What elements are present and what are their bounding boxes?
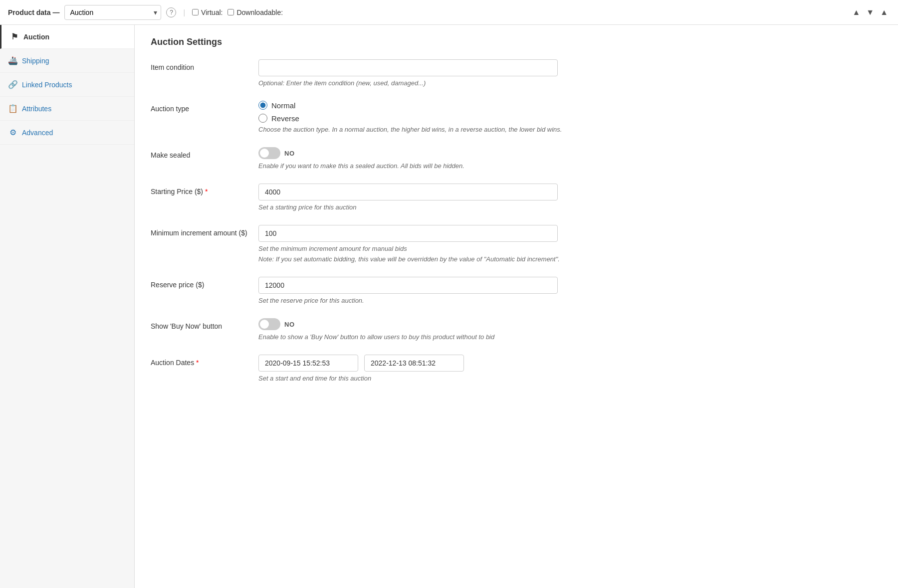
sidebar-item-advanced[interactable]: ⚙ Advanced (0, 121, 134, 145)
sidebar-item-shipping[interactable]: 🚢 Shipping (0, 49, 134, 73)
auction-dates-fields (258, 355, 608, 372)
section-title: Auction Settings (151, 37, 882, 47)
auction-type-label: Auction type (151, 101, 250, 113)
virtual-label: Virtual: (201, 8, 223, 16)
linked-products-icon: 🔗 (8, 80, 18, 89)
auction-dates-required: * (196, 359, 199, 367)
reserve-price-hint: Set the reserve price for this auction. (258, 297, 608, 304)
make-sealed-label: Make sealed (151, 147, 250, 159)
minimum-increment-hint1: Set the minimum increment amount for man… (258, 245, 608, 252)
downloadable-checkbox[interactable] (227, 9, 234, 15)
make-sealed-hint: Enable if you want to make this a sealed… (258, 162, 608, 170)
product-data-select-wrapper[interactable]: Auction Simple product Grouped product E… (64, 5, 161, 20)
shipping-icon: 🚢 (8, 56, 18, 65)
item-condition-hint: Optional: Enter the item condition (new,… (258, 79, 608, 87)
item-condition-row: Item condition Optional: Enter the item … (151, 59, 882, 87)
auction-start-date-input[interactable] (258, 355, 358, 372)
make-sealed-toggle[interactable] (258, 147, 280, 159)
auction-type-normal-radio[interactable] (258, 101, 267, 110)
make-sealed-row: Make sealed NO Enable if you want to mak… (151, 147, 882, 170)
minimum-increment-input[interactable] (258, 225, 558, 242)
auction-type-normal-option[interactable]: Normal (258, 101, 608, 110)
buy-now-toggle-wrapper: NO (258, 318, 608, 330)
minimum-increment-row: Minimum increment amount ($) Set the min… (151, 225, 882, 263)
auction-type-reverse-option[interactable]: Reverse (258, 114, 608, 123)
virtual-checkbox-label[interactable]: Virtual: (192, 8, 223, 16)
buy-now-slider (258, 318, 280, 330)
sidebar-item-auction[interactable]: ⚑ Auction (0, 25, 134, 49)
product-data-label: Product data — (8, 8, 59, 16)
collapse-up-button[interactable]: ▲ (850, 7, 862, 18)
item-condition-input[interactable] (258, 59, 558, 76)
top-bar: Product data — Auction Simple product Gr… (0, 0, 898, 25)
buy-now-toggle[interactable] (258, 318, 280, 330)
downloadable-checkbox-label[interactable]: Downloadable: (227, 8, 283, 16)
expand-button[interactable]: ▲ (878, 7, 890, 18)
auction-type-radio-group: Normal Reverse (258, 101, 608, 123)
sidebar-item-label-linked-products: Linked Products (22, 81, 72, 89)
buy-now-label: Show 'Buy Now' button (151, 318, 250, 330)
auction-dates-hint: Set a start and end time for this auctio… (258, 375, 608, 382)
starting-price-row: Starting Price ($) * Set a starting pric… (151, 184, 882, 211)
sidebar-item-attributes[interactable]: 📋 Attributes (0, 97, 134, 121)
make-sealed-content: NO Enable if you want to make this a sea… (258, 147, 608, 170)
separator: | (183, 8, 185, 16)
downloadable-label: Downloadable: (236, 8, 283, 16)
sidebar-item-label-advanced: Advanced (22, 129, 53, 137)
auction-type-row: Auction type Normal Reverse Choose the a… (151, 101, 882, 133)
main-layout: ⚑ Auction 🚢 Shipping 🔗 Linked Products 📋… (0, 25, 898, 588)
auction-end-date-input[interactable] (364, 355, 464, 372)
buy-now-no-label: NO (284, 321, 295, 328)
collapse-down-button[interactable]: ▼ (864, 7, 876, 18)
starting-price-content: Set a starting price for this auction (258, 184, 608, 211)
auction-type-hint: Choose the auction type. In a normal auc… (258, 126, 608, 133)
buy-now-hint: Enable to show a 'Buy Now' button to all… (258, 333, 608, 341)
starting-price-required: * (205, 188, 208, 196)
auction-type-content: Normal Reverse Choose the auction type. … (258, 101, 608, 133)
auction-type-reverse-radio[interactable] (258, 114, 267, 123)
product-type-select[interactable]: Auction Simple product Grouped product E… (64, 5, 161, 20)
minimum-increment-content: Set the minimum increment amount for man… (258, 225, 608, 263)
starting-price-hint: Set a starting price for this auction (258, 203, 608, 211)
make-sealed-no-label: NO (284, 150, 295, 157)
starting-price-label: Starting Price ($) * (151, 184, 250, 196)
item-condition-label: Item condition (151, 59, 250, 71)
content-area: Auction Settings Item condition Optional… (135, 25, 898, 588)
attributes-icon: 📋 (8, 104, 18, 113)
sidebar-item-label-auction: Auction (23, 33, 49, 41)
sidebar-item-label-shipping: Shipping (22, 57, 49, 65)
auction-type-normal-label: Normal (271, 101, 295, 110)
advanced-icon: ⚙ (8, 128, 18, 137)
auction-icon: ⚑ (9, 32, 19, 41)
make-sealed-toggle-wrapper: NO (258, 147, 608, 159)
make-sealed-slider (258, 147, 280, 159)
buy-now-content: NO Enable to show a 'Buy Now' button to … (258, 318, 608, 341)
minimum-increment-label: Minimum increment amount ($) (151, 225, 250, 237)
reserve-price-input[interactable] (258, 277, 558, 294)
top-bar-actions: ▲ ▼ ▲ (850, 7, 890, 18)
auction-dates-row: Auction Dates * Set a start and end time… (151, 355, 882, 382)
sidebar: ⚑ Auction 🚢 Shipping 🔗 Linked Products 📋… (0, 25, 135, 588)
virtual-checkbox[interactable] (192, 9, 199, 15)
buy-now-row: Show 'Buy Now' button NO Enable to show … (151, 318, 882, 341)
reserve-price-row: Reserve price ($) Set the reserve price … (151, 277, 882, 304)
auction-dates-content: Set a start and end time for this auctio… (258, 355, 608, 382)
help-icon[interactable]: ? (166, 7, 176, 17)
auction-dates-label: Auction Dates * (151, 355, 250, 367)
sidebar-item-linked-products[interactable]: 🔗 Linked Products (0, 73, 134, 97)
reserve-price-content: Set the reserve price for this auction. (258, 277, 608, 304)
starting-price-input[interactable] (258, 184, 558, 200)
reserve-price-label: Reserve price ($) (151, 277, 250, 289)
auction-type-reverse-label: Reverse (271, 114, 299, 123)
sidebar-item-label-attributes: Attributes (22, 105, 51, 113)
minimum-increment-hint2: Note: If you set automatic bidding, this… (258, 255, 608, 263)
item-condition-content: Optional: Enter the item condition (new,… (258, 59, 608, 87)
